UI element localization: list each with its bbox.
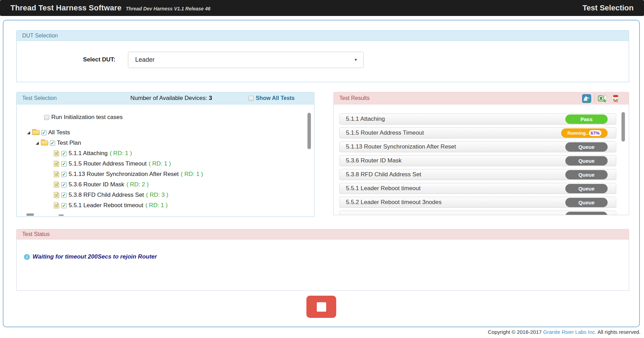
test-result-row[interactable]: 5.3.6 Router ID Mask Queue	[339, 155, 616, 166]
test-case-name[interactable]: 5.1.13 Router Synchronization After Rese…	[69, 171, 179, 178]
copyright-prefix: Copyright © 2016-2017	[488, 329, 543, 335]
test-selection-panel: Test Selection Number of Available Devic…	[16, 92, 314, 217]
test-case-rd-count: ( RD: 1 )	[149, 160, 171, 167]
tree-node-all-tests[interactable]: All Tests	[27, 127, 314, 138]
tree-test-case[interactable]: 5.3.8 RFD Child Address Set ( RD: 3 )	[54, 190, 314, 200]
dut-selection-title: DUT Selection	[22, 33, 58, 39]
tree-node-test-plan[interactable]: Test Plan	[36, 138, 314, 148]
app-version: Thread Dev Harness V1.1 Release 46	[126, 6, 210, 11]
test-case-name[interactable]: 5.3.8 RFD Child Address Set	[69, 192, 144, 198]
test-case-rd-count: ( RD: 1 )	[145, 202, 167, 209]
footer-copyright: Copyright © 2016-2017 Granite River Labs…	[488, 329, 641, 335]
dut-select-dropdown[interactable]: Leader ▼	[128, 52, 364, 68]
document-icon	[54, 181, 59, 188]
stop-button[interactable]	[306, 296, 336, 318]
status-message: Waiting for timeout 200Secs to rejoin Ro…	[33, 253, 157, 260]
checked-checkbox-icon[interactable]	[61, 151, 67, 156]
test-status-body: i Waiting for timeout 200Secs to rejoin …	[16, 239, 629, 291]
test-results-list: 5.1.1 Attaching Pass 5.1.5 Router Addres…	[334, 113, 629, 215]
clipped-next-item	[59, 214, 64, 216]
run-initialization-checkbox[interactable]	[44, 115, 49, 120]
checked-checkbox-icon[interactable]	[50, 141, 55, 146]
main-container: DUT Selection Select DUT: Leader ▼ Test …	[3, 20, 640, 327]
checked-checkbox-icon[interactable]	[61, 203, 67, 208]
status-badge: Queue	[565, 156, 608, 166]
excel-export-icon[interactable]	[597, 93, 608, 104]
test-result-name: 5.1.13 Router Synchronization After Rese…	[346, 143, 456, 150]
tree-expander-icon[interactable]	[36, 142, 39, 145]
document-icon	[54, 202, 59, 209]
status-label: Queue	[578, 144, 595, 150]
run-initialization-toggle[interactable]: Run Initialization test cases	[44, 114, 314, 120]
tree-expander-icon[interactable]	[27, 131, 30, 134]
document-icon	[54, 171, 59, 177]
test-selection-header: Test Selection Number of Available Devic…	[16, 92, 314, 104]
checked-checkbox-icon[interactable]	[41, 130, 46, 135]
test-tree-items: 5.1.1 Attaching ( RD: 1 )	[17, 148, 314, 211]
test-results-header: Test Results	[333, 92, 629, 104]
test-result-name: 5.5.1 Leader Reboot timeout	[346, 185, 420, 192]
test-status-header: Test Status	[16, 229, 629, 239]
test-result-row[interactable]: 5.5.1 Leader Reboot timeout Queue	[339, 183, 616, 194]
test-case-rd-count: ( RD: 3 )	[146, 192, 168, 198]
app-title: Thread Test Harness Software	[10, 3, 122, 12]
document-icon	[54, 192, 59, 198]
status-label: Pass	[580, 116, 592, 122]
page-title: Test Selection	[582, 3, 634, 12]
status-label: Queue	[578, 172, 595, 178]
test-result-name: 5.3.6 Router ID Mask	[346, 157, 402, 164]
test-status-title: Test Status	[22, 231, 50, 237]
tree-test-case[interactable]: 5.1.1 Attaching ( RD: 1 )	[54, 148, 314, 159]
test-selection-vertical-scrollbar[interactable]	[307, 113, 311, 149]
stop-icon	[317, 302, 326, 312]
wireshark-export-icon[interactable]	[582, 93, 592, 104]
status-line: i Waiting for timeout 200Secs to rejoin …	[24, 253, 157, 260]
test-case-rd-count: ( RD: 1 )	[181, 171, 203, 178]
test-result-row[interactable]: 5.1.13 Router Synchronization After Rese…	[339, 141, 616, 152]
dut-select-row: Select DUT: Leader ▼	[17, 51, 629, 68]
show-all-tests-toggle[interactable]: Show All Tests	[249, 95, 295, 101]
document-icon	[54, 150, 59, 157]
test-results-panel: Test Results	[333, 92, 629, 215]
granite-river-labs-link[interactable]: Granite River Labs Inc.	[543, 329, 596, 335]
tree-test-case[interactable]: 5.3.6 Router ID Mask ( RD: 2 )	[54, 179, 314, 190]
test-case-name[interactable]: 5.1.5 Router Address Timeout	[69, 160, 147, 167]
export-toolbar	[582, 93, 620, 104]
test-result-name: 5.1.1 Attaching	[346, 116, 385, 122]
tree-node-label[interactable]: Test Plan	[57, 140, 81, 146]
show-all-tests-label: Show All Tests	[256, 95, 295, 101]
test-selection-body: Run Initialization test cases All Tests …	[16, 104, 314, 217]
test-status-panel: Test Status i Waiting for timeout 200Sec…	[16, 229, 629, 291]
test-result-row[interactable]: 5.3.8 RFD Child Address Set Queue	[339, 169, 616, 180]
test-result-row[interactable]: 5.1.5 Router Address Timeout Running.. 6…	[339, 127, 616, 138]
test-result-row[interactable]: 5.1.1 Attaching Pass	[339, 113, 616, 125]
test-case-name[interactable]: 5.1.1 Attaching	[69, 150, 107, 157]
tree-test-case[interactable]: 5.1.13 Router Synchronization After Rese…	[54, 169, 314, 179]
copyright-suffix: All rights reserved.	[596, 329, 641, 335]
progress-percent: 67%	[589, 130, 601, 136]
checked-checkbox-icon[interactable]	[61, 193, 67, 198]
pdf-export-icon[interactable]	[610, 93, 620, 104]
show-all-tests-checkbox[interactable]	[249, 96, 254, 101]
test-case-rd-count: ( RD: 2 )	[127, 181, 149, 188]
tree-test-case[interactable]: 5.1.5 Router Address Timeout ( RD: 1 )	[54, 159, 314, 169]
checked-checkbox-icon[interactable]	[61, 172, 67, 177]
tree-node-label[interactable]: All Tests	[48, 129, 70, 136]
test-case-name[interactable]: 5.3.6 Router ID Mask	[69, 181, 124, 188]
status-badge: Pass	[565, 115, 608, 124]
dut-selection-body: Select DUT: Leader ▼	[16, 41, 629, 82]
test-results-vertical-scrollbar[interactable]	[621, 112, 625, 142]
dut-selection-header: DUT Selection	[16, 30, 629, 41]
tree-test-case[interactable]: 5.5.1 Leader Reboot timeout ( RD: 1 )	[54, 200, 314, 211]
app-title-bar: Thread Test Harness Software Thread Dev …	[0, 0, 644, 16]
toolbar-divider	[594, 94, 595, 103]
test-selection-horizontal-scrollbar[interactable]	[26, 213, 34, 216]
checked-checkbox-icon[interactable]	[61, 161, 67, 167]
checked-checkbox-icon[interactable]	[61, 182, 67, 187]
status-badge	[565, 212, 608, 215]
select-dut-label: Select DUT:	[17, 56, 115, 63]
folder-icon	[41, 141, 48, 145]
test-case-name[interactable]: 5.5.1 Leader Reboot timeout	[69, 202, 143, 209]
test-result-row[interactable]: 5.5.2 Leader Reboot timeout 3nodes Queue	[339, 197, 616, 208]
test-result-row[interactable]	[339, 211, 616, 215]
